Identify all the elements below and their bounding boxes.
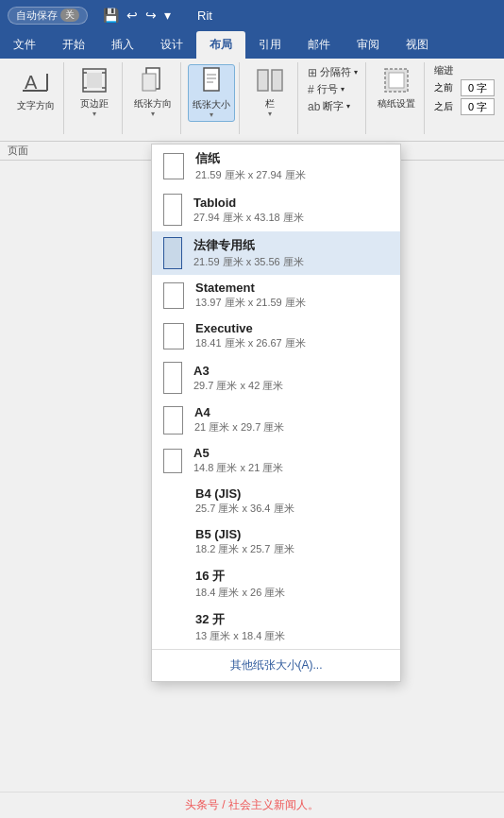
document-title: Rit — [197, 9, 212, 23]
autosave-button[interactable]: 自动保存 关 — [8, 7, 88, 25]
autosave-state: 关 — [60, 9, 79, 22]
breaks-button[interactable]: ⊞ 分隔符 ▾ — [304, 64, 361, 80]
paper-text-statement: Statement 13.97 厘米 x 21.59 厘米 — [195, 281, 389, 310]
draft-area-icon — [382, 66, 411, 98]
text-direction-button[interactable]: A 文字方向 — [13, 64, 59, 113]
tab-home[interactable]: 开始 — [49, 31, 98, 59]
text-direction-icon: A — [21, 66, 51, 100]
columns-button[interactable]: 栏 ▾ — [251, 64, 289, 120]
paper-size-button[interactable]: 纸张大小 ▾ — [188, 64, 235, 122]
paper-text-letter: 信纸 21.59 厘米 x 27.94 厘米 — [195, 150, 389, 182]
paper-text-tabloid: Tabloid 27.94 厘米 x 43.18 厘米 — [193, 196, 389, 225]
ribbon-group-indent: 缩进 之前 之后 — [427, 62, 502, 134]
paper-text-a5: A5 14.8 厘米 x 21 厘米 — [193, 446, 389, 475]
paper-size-letter: 21.59 厘米 x 27.94 厘米 — [195, 168, 389, 182]
line-number-arrow: ▾ — [341, 85, 344, 94]
paper-item-tabloid[interactable]: Tabloid 27.94 厘米 x 43.18 厘米 — [152, 188, 400, 231]
more-icon[interactable]: ▾ — [164, 8, 171, 23]
paper-text-b5jis: B5 (JIS) 18.2 厘米 x 25.7 厘米 — [195, 527, 389, 556]
tab-design[interactable]: 设计 — [147, 31, 196, 59]
tab-references[interactable]: 引用 — [245, 31, 294, 59]
orientation-label: 纸张方向 — [134, 98, 172, 110]
paper-item-legal[interactable]: 法律专用纸 21.59 厘米 x 35.56 厘米 — [152, 231, 400, 275]
paper-item-a3[interactable]: A3 29.7 厘米 x 42 厘米 — [152, 356, 400, 400]
title-bar: 自动保存 关 💾 ↩ ↪ ▾ Rit — [0, 0, 504, 30]
paper-name-32k: 32 开 — [195, 611, 389, 628]
indent-before-input[interactable] — [461, 79, 495, 96]
tab-mailing[interactable]: 邮件 — [294, 31, 344, 59]
paper-item-a4[interactable]: A4 21 厘米 x 29.7 厘米 — [152, 400, 400, 440]
undo-icon[interactable]: ↩ — [126, 8, 138, 23]
paper-size-a4: 21 厘米 x 29.7 厘米 — [194, 420, 389, 435]
paper-item-b5jis[interactable]: B5 (JIS) 18.2 厘米 x 25.7 厘米 — [152, 521, 400, 562]
autosave-label: 自动保存 — [16, 9, 58, 23]
ribbon-group-paper-size: 纸张大小 ▾ — [183, 62, 240, 134]
tab-file[interactable]: 文件 — [0, 31, 49, 59]
paper-size-dropdown[interactable]: 信纸 21.59 厘米 x 27.94 厘米 Tabloid 27.94 厘米 … — [151, 144, 401, 682]
paper-item-statement[interactable]: Statement 13.97 厘米 x 21.59 厘米 — [152, 275, 400, 315]
paper-icon-tabloid — [163, 194, 182, 226]
paper-name-b5jis: B5 (JIS) — [195, 527, 389, 541]
paper-item-executive[interactable]: Executive 18.41 厘米 x 26.67 厘米 — [152, 315, 400, 356]
columns-arrow: ▾ — [268, 110, 272, 118]
paper-icon-letter — [163, 153, 184, 179]
paper-size-b5jis: 18.2 厘米 x 25.7 厘米 — [195, 542, 389, 556]
breaks-icon: ⊞ — [308, 66, 317, 79]
hyphenation-label: 断字 — [323, 99, 344, 113]
paper-size-a5: 14.8 厘米 x 21 厘米 — [193, 461, 389, 475]
orientation-button[interactable]: 纸张方向 ▾ — [130, 64, 176, 120]
paper-size-executive: 18.41 厘米 x 26.67 厘米 — [195, 336, 389, 350]
paper-text-a3: A3 29.7 厘米 x 42 厘米 — [193, 364, 389, 393]
paper-item-letter[interactable]: 信纸 21.59 厘米 x 27.94 厘米 — [152, 145, 400, 188]
paper-size-list[interactable]: 信纸 21.59 厘米 x 27.94 厘米 Tabloid 27.94 厘米 … — [152, 145, 400, 649]
paper-icon-executive — [163, 323, 184, 349]
watermark: 头条号 / 社会主义新闻人。 — [0, 792, 504, 818]
redo-icon[interactable]: ↪ — [145, 8, 157, 23]
indent-after-row: 之后 — [434, 98, 495, 115]
paper-name-letter: 信纸 — [195, 150, 389, 167]
margin-button[interactable]: 页边距 ▾ — [76, 64, 113, 120]
paper-text-executive: Executive 18.41 厘米 x 26.67 厘米 — [195, 321, 389, 350]
paper-name-legal: 法律专用纸 — [193, 237, 389, 254]
ribbon-group-text-direction: A 文字方向 — [8, 62, 64, 134]
save-icon[interactable]: 💾 — [103, 8, 119, 23]
orientation-arrow: ▾ — [151, 110, 155, 118]
text-direction-label: 文字方向 — [17, 100, 55, 111]
svg-rect-11 — [204, 68, 219, 91]
paper-size-b4jis: 25.7 厘米 x 36.4 厘米 — [195, 502, 389, 516]
paper-name-tabloid: Tabloid — [193, 196, 389, 210]
paper-size-32k: 13 厘米 x 18.4 厘米 — [195, 629, 389, 643]
indent-before-row: 之前 — [434, 79, 495, 96]
ribbon-group-columns: 栏 ▾ — [242, 62, 298, 134]
paper-item-a5[interactable]: A5 14.8 厘米 x 21 厘米 — [152, 440, 400, 481]
paper-icon-a4 — [163, 406, 183, 435]
draft-area-label: 稿纸设置 — [378, 98, 415, 110]
paper-size-tabloid: 27.94 厘米 x 43.18 厘米 — [193, 211, 389, 225]
hyphenation-icon: ab — [308, 100, 320, 113]
paper-size-icon — [197, 67, 226, 99]
paper-name-b4jis: B4 (JIS) — [195, 486, 389, 501]
hyphenation-button[interactable]: ab 断字 ▾ — [304, 98, 361, 114]
more-paper-sizes-button[interactable]: 其他纸张大小(A)... — [152, 649, 400, 681]
indent-after-input[interactable] — [461, 98, 495, 115]
paper-item-b4jis[interactable]: B4 (JIS) 25.7 厘米 x 36.4 厘米 — [152, 481, 400, 521]
tab-layout[interactable]: 布局 — [196, 31, 245, 59]
tab-view[interactable]: 视图 — [393, 31, 442, 59]
paper-item-16k[interactable]: 16 开 18.4 厘米 x 26 厘米 — [152, 562, 400, 605]
margin-label: 页边距 — [80, 98, 109, 110]
paper-item-32k[interactable]: 32 开 13 厘米 x 18.4 厘米 — [152, 605, 400, 649]
margin-arrow: ▾ — [92, 110, 96, 118]
paper-text-b4jis: B4 (JIS) 25.7 厘米 x 36.4 厘米 — [195, 486, 389, 516]
paper-name-16k: 16 开 — [195, 568, 389, 585]
paper-size-legal: 21.59 厘米 x 35.56 厘米 — [193, 255, 389, 269]
paper-size-a3: 29.7 厘米 x 42 厘米 — [193, 379, 389, 393]
line-number-button[interactable]: # 行号 ▾ — [304, 81, 361, 97]
indent-before-label: 之前 — [434, 81, 457, 94]
draft-area-button[interactable]: 稿纸设置 — [374, 64, 419, 111]
breaks-arrow: ▾ — [354, 68, 358, 77]
tab-insert[interactable]: 插入 — [98, 31, 147, 59]
tab-review[interactable]: 审阅 — [344, 31, 393, 59]
paper-size-16k: 18.4 厘米 x 26 厘米 — [195, 586, 389, 600]
paper-icon-a5 — [163, 449, 182, 473]
paper-icon-a3 — [163, 362, 182, 394]
